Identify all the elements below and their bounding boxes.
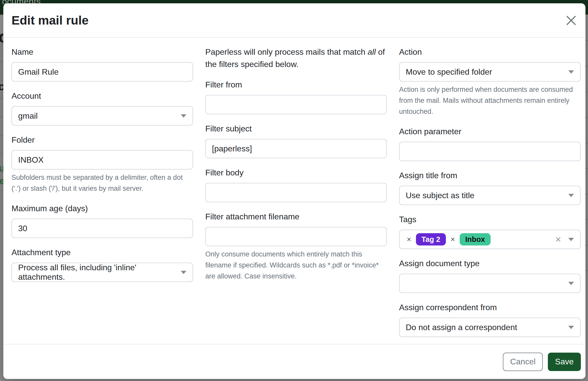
dialog-title: Edit mail rule bbox=[12, 13, 88, 27]
attachment-type-select[interactable]: Process all files, including 'inline' at… bbox=[12, 263, 193, 282]
max-age-input[interactable] bbox=[12, 219, 193, 238]
chevron-down-icon bbox=[568, 238, 574, 241]
folder-input[interactable] bbox=[12, 150, 193, 170]
chevron-down-icon bbox=[568, 194, 574, 197]
dialog-footer: Cancel Save bbox=[3, 344, 585, 379]
action-select-value: Move to specified folder bbox=[406, 67, 492, 77]
name-label: Name bbox=[12, 46, 193, 58]
filter-subject-input[interactable] bbox=[205, 139, 387, 158]
chevron-down-icon bbox=[181, 114, 186, 118]
name-input[interactable] bbox=[12, 62, 193, 82]
assign-title-from-label: Assign title from bbox=[399, 169, 581, 182]
chevron-down-icon bbox=[568, 282, 574, 285]
filter-attachment-filename-input[interactable] bbox=[205, 227, 387, 246]
account-label: Account bbox=[12, 90, 193, 102]
save-button[interactable]: Save bbox=[548, 353, 581, 371]
clear-tags-icon[interactable]: × bbox=[555, 234, 561, 244]
chevron-down-icon bbox=[568, 70, 574, 74]
backdrop-rows-right bbox=[585, 15, 588, 271]
assign-document-type-select[interactable] bbox=[399, 274, 581, 293]
intro-text-italic: all bbox=[368, 47, 376, 57]
account-select[interactable]: gmail bbox=[12, 106, 193, 126]
attachment-type-label: Attachment type bbox=[12, 246, 193, 259]
column-actions: Action Move to specified folder Action i… bbox=[399, 46, 581, 345]
tags-multiselect[interactable]: × Tag 2 × Inbox × bbox=[399, 230, 581, 249]
filters-intro-text: Paperless will only process mails that m… bbox=[205, 46, 387, 70]
assign-title-from-select-value: Use subject as title bbox=[406, 191, 474, 200]
filter-attachment-filename-label: Filter attachment filename bbox=[205, 210, 387, 223]
folder-label: Folder bbox=[12, 134, 193, 146]
tag-chip: Tag 2 bbox=[416, 233, 446, 245]
folder-help-text: Subfolders must be separated by a delimi… bbox=[12, 172, 193, 194]
remove-tag-icon[interactable]: × bbox=[406, 236, 412, 243]
column-filters: Paperless will only process mails that m… bbox=[205, 46, 387, 345]
chevron-down-icon bbox=[568, 326, 574, 329]
action-select[interactable]: Move to specified folder bbox=[399, 62, 581, 82]
filter-attachment-help-text: Only consume documents which entirely ma… bbox=[205, 249, 387, 282]
cancel-button[interactable]: Cancel bbox=[503, 353, 543, 371]
action-parameter-label: Action parameter bbox=[399, 125, 581, 138]
attachment-type-select-value: Process all files, including 'inline' at… bbox=[18, 263, 175, 282]
filter-body-input[interactable] bbox=[205, 183, 387, 202]
chevron-down-icon bbox=[181, 271, 186, 274]
filter-from-label: Filter from bbox=[205, 79, 387, 91]
action-label: Action bbox=[399, 46, 581, 58]
tags-label: Tags bbox=[399, 213, 581, 226]
edit-mail-rule-dialog: Edit mail rule Name Account gmail bbox=[3, 3, 585, 379]
account-select-value: gmail bbox=[18, 111, 38, 121]
remove-tag-icon[interactable]: × bbox=[449, 236, 456, 243]
tag-chip: Inbox bbox=[460, 233, 491, 245]
assign-title-from-select[interactable]: Use subject as title bbox=[399, 186, 581, 205]
assign-correspondent-from-label: Assign correspondent from bbox=[399, 301, 581, 313]
filter-subject-label: Filter subject bbox=[205, 122, 387, 135]
action-help-text: Action is only performed when documents … bbox=[399, 84, 581, 117]
action-parameter-input[interactable] bbox=[399, 142, 581, 161]
max-age-label: Maximum age (days) bbox=[12, 202, 193, 215]
filter-body-label: Filter body bbox=[205, 166, 387, 179]
filter-from-input[interactable] bbox=[205, 95, 387, 114]
dialog-body: Name Account gmail Folder Subfolders mus… bbox=[3, 38, 585, 345]
column-general: Name Account gmail Folder Subfolders mus… bbox=[12, 46, 193, 345]
assign-document-type-label: Assign document type bbox=[399, 257, 581, 270]
intro-text-part: Paperless will only process mails that m… bbox=[205, 47, 368, 57]
close-icon bbox=[566, 15, 576, 27]
close-button[interactable] bbox=[564, 14, 578, 27]
assign-correspondent-from-select[interactable]: Do not assign a correspondent bbox=[399, 318, 581, 337]
assign-correspondent-from-select-value: Do not assign a correspondent bbox=[406, 323, 517, 332]
dialog-header: Edit mail rule bbox=[3, 3, 585, 38]
